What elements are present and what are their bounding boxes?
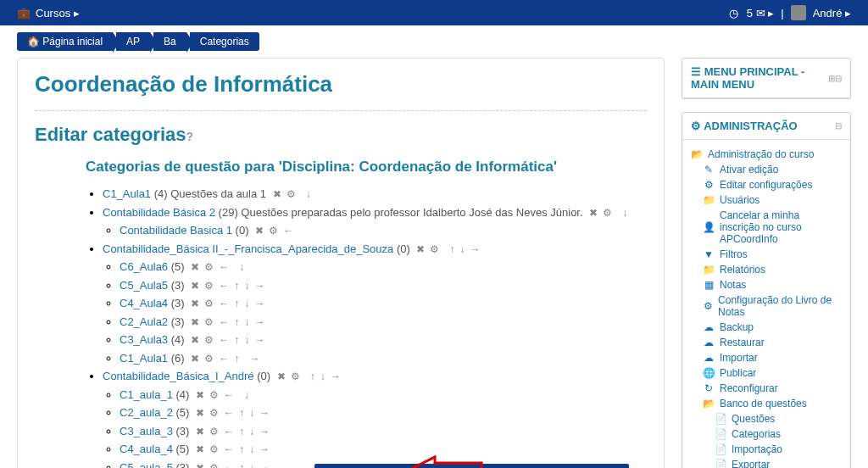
down-icon[interactable]: ↓ <box>320 369 326 384</box>
right-icon[interactable]: → <box>259 442 270 457</box>
category-link[interactable]: C2_aula_2 <box>120 406 173 419</box>
down-icon[interactable]: ↓ <box>244 296 249 311</box>
right-icon[interactable]: → <box>331 369 341 384</box>
gear-icon[interactable]: ⚙ <box>291 369 300 384</box>
breadcrumb-item[interactable]: AP <box>116 32 150 51</box>
right-icon[interactable]: → <box>254 296 264 311</box>
breadcrumb-home[interactable]: 🏠 Página inicial <box>17 32 113 51</box>
expand-icon[interactable]: ⊞ <box>828 74 835 83</box>
left-icon[interactable]: ← <box>224 387 234 403</box>
admin-link-configura-o-do-livro-de-notas[interactable]: ⚙Configuração do Livro de Notas <box>703 294 842 318</box>
x-icon[interactable]: ✖ <box>273 187 281 202</box>
admin-link-publicar[interactable]: 🌐Publicar <box>703 367 842 379</box>
user-menu[interactable]: André ▸ <box>813 7 851 20</box>
right-icon[interactable]: → <box>254 278 264 293</box>
admin-link-ativar-edi-o[interactable]: ✎Ativar edição <box>703 164 842 176</box>
left-icon[interactable]: ← <box>219 315 229 330</box>
gear-icon[interactable]: ⚙ <box>209 442 219 457</box>
gear-icon[interactable]: ⚙ <box>287 187 296 202</box>
category-link[interactable]: C1_Aula1 <box>103 187 151 200</box>
x-icon[interactable]: ✖ <box>196 460 204 469</box>
admin-link-importar[interactable]: ☁Importar <box>703 352 842 364</box>
left-icon[interactable]: ← <box>219 278 229 293</box>
gear-icon[interactable]: ⚙ <box>204 296 214 311</box>
gear-icon[interactable]: ⚙ <box>430 242 439 257</box>
gear-icon[interactable]: ⚙ <box>204 278 214 293</box>
gear-icon[interactable]: ⚙ <box>204 351 214 366</box>
gear-icon[interactable]: ⚙ <box>204 332 214 348</box>
category-link[interactable]: C3_aula_3 <box>120 425 173 437</box>
right-icon[interactable]: → <box>249 351 259 366</box>
admin-link-importa-o[interactable]: 📄Importação <box>715 443 842 455</box>
category-link[interactable]: Contabilidade_Básica II_-_Francisca_Apar… <box>103 242 393 255</box>
right-icon[interactable]: → <box>259 424 270 439</box>
down-icon[interactable]: ↓ <box>239 259 244 275</box>
breadcrumb-item[interactable]: Categorias <box>190 32 259 51</box>
up-icon[interactable]: ↑ <box>234 351 239 366</box>
down-icon[interactable]: ↓ <box>244 315 249 330</box>
up-icon[interactable]: ↑ <box>234 332 239 348</box>
admin-link-reconfigurar[interactable]: ↻Reconfigurar <box>703 382 842 394</box>
up-icon[interactable]: ↑ <box>234 296 239 311</box>
x-icon[interactable]: ✖ <box>191 259 199 275</box>
block-controls[interactable]: ⊞⊟ <box>828 74 842 83</box>
left-icon[interactable]: ← <box>219 259 229 275</box>
down-icon[interactable]: ↓ <box>244 278 249 293</box>
right-icon[interactable]: → <box>259 460 270 469</box>
x-icon[interactable]: ✖ <box>196 424 204 439</box>
category-link[interactable]: Contabilidade Basica 1 <box>120 224 232 237</box>
down-icon[interactable]: ↓ <box>306 187 311 202</box>
gear-icon[interactable]: ⚙ <box>204 259 214 275</box>
admin-link-cancelar-a-minha-inscri-o-no-curso-apcoordinfo[interactable]: 👤Cancelar a minha inscrição no curso APC… <box>703 209 842 245</box>
admin-link-categorias[interactable]: 📄Categorias <box>715 428 842 440</box>
left-icon[interactable]: ← <box>224 424 234 439</box>
admin-link-administra-o-do-curso[interactable]: 📂Administração do curso <box>691 148 842 160</box>
block-controls[interactable]: ⊟ <box>835 121 842 131</box>
x-icon[interactable]: ✖ <box>191 332 199 348</box>
admin-link-relat-rios[interactable]: 📁Relatórios <box>703 264 842 276</box>
down-icon[interactable]: ↓ <box>249 460 254 469</box>
left-icon[interactable]: ← <box>224 460 234 469</box>
left-icon[interactable]: ← <box>219 296 229 311</box>
right-icon[interactable]: → <box>259 405 270 421</box>
messages-link[interactable]: 5 ✉ ▸ <box>747 7 774 20</box>
admin-link-exportar[interactable]: 📄Exportar <box>715 459 842 468</box>
category-link[interactable]: C1_aula_1 <box>120 388 173 401</box>
gear-icon[interactable]: ⚙ <box>204 315 214 330</box>
category-link[interactable]: C1_Aula1 <box>120 352 168 365</box>
admin-link-editar-configura-es[interactable]: ⚙Editar configurações <box>703 179 842 191</box>
down-icon[interactable]: ↓ <box>249 405 254 421</box>
x-icon[interactable]: ✖ <box>191 315 199 330</box>
admin-link-quest-es[interactable]: 📄Questões <box>715 413 842 425</box>
x-icon[interactable]: ✖ <box>191 278 199 293</box>
clock-icon[interactable]: ◷ <box>728 7 740 20</box>
up-icon[interactable]: ↑ <box>310 369 315 384</box>
x-icon[interactable]: ✖ <box>277 369 286 384</box>
x-icon[interactable]: ✖ <box>196 387 204 403</box>
up-icon[interactable]: ↑ <box>234 278 239 293</box>
down-icon[interactable]: ↓ <box>249 442 254 457</box>
down-icon[interactable]: ↓ <box>249 424 254 439</box>
help-icon[interactable]: ? <box>186 130 194 143</box>
collapse-icon[interactable]: ⊟ <box>835 121 842 131</box>
down-icon[interactable]: ↓ <box>459 242 465 257</box>
x-icon[interactable]: ✖ <box>191 351 199 366</box>
right-icon[interactable]: → <box>254 315 264 330</box>
down-icon[interactable]: ↓ <box>244 332 249 348</box>
category-link[interactable]: C2_Aula2 <box>120 315 168 328</box>
gear-icon[interactable]: ⚙ <box>269 223 278 238</box>
category-link[interactable]: Contabilidade_Básica_I_André <box>103 370 254 382</box>
up-icon[interactable]: ↑ <box>239 424 244 439</box>
x-icon[interactable]: ✖ <box>589 205 598 220</box>
x-icon[interactable]: ✖ <box>196 405 204 421</box>
category-link[interactable]: Contabilidade Básica 2 <box>103 206 215 219</box>
category-link[interactable]: C4_Aula4 <box>120 297 168 309</box>
admin-link-notas[interactable]: ▦Notas <box>703 279 842 291</box>
up-icon[interactable]: ↑ <box>234 315 239 330</box>
courses-menu[interactable]: Cursos ▸ <box>36 7 80 20</box>
admin-link-restaurar[interactable]: ☁Restaurar <box>703 337 842 348</box>
gear-icon[interactable]: ⚙ <box>209 424 219 439</box>
gear-icon[interactable]: ⚙ <box>209 460 219 469</box>
category-link[interactable]: C4_aula_4 <box>120 443 173 455</box>
x-icon[interactable]: ✖ <box>191 296 199 311</box>
